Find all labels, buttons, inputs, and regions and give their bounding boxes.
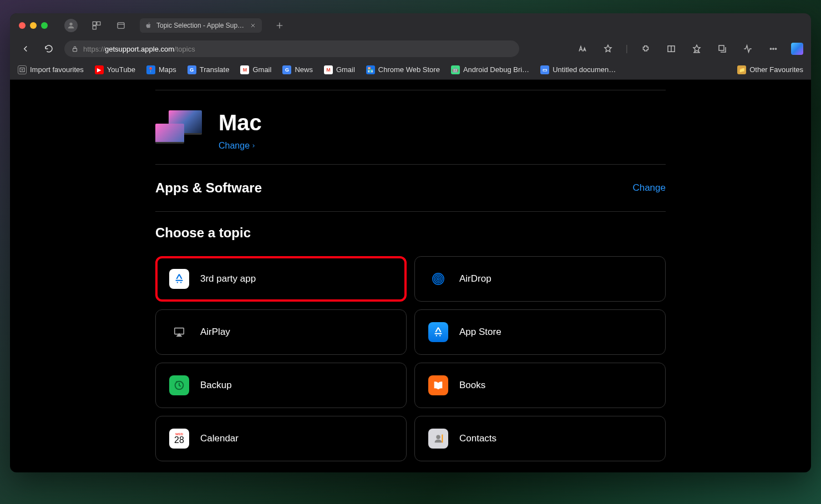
bookmark-gmail-2[interactable]: MGmail bbox=[324, 65, 355, 74]
airplay-icon bbox=[169, 322, 189, 342]
topic-label: App Store bbox=[459, 327, 501, 338]
minimize-window-button[interactable] bbox=[30, 22, 37, 29]
window-controls bbox=[19, 22, 48, 29]
topic-label: AirDrop bbox=[459, 273, 491, 284]
svg-rect-1 bbox=[93, 22, 96, 25]
backup-icon bbox=[169, 375, 189, 395]
address-row: https://getsupport.apple.com/topics | bbox=[10, 38, 811, 60]
appstore-icon bbox=[169, 269, 189, 289]
maximize-window-button[interactable] bbox=[41, 22, 48, 29]
bookmark-maps[interactable]: 📍Maps bbox=[146, 65, 176, 74]
topic-airdrop[interactable]: AirDrop bbox=[414, 256, 666, 302]
extensions-button[interactable] bbox=[638, 41, 653, 57]
lock-icon bbox=[71, 45, 79, 53]
appstore-blue-icon bbox=[428, 322, 448, 342]
topic-appstore[interactable]: App Store bbox=[414, 309, 666, 355]
apple-logo-icon bbox=[145, 22, 152, 29]
close-window-button[interactable] bbox=[19, 22, 26, 29]
calendar-icon: WED 28 bbox=[169, 429, 189, 449]
bookmark-translate[interactable]: GTranslate bbox=[187, 65, 230, 74]
topic-books[interactable]: Books bbox=[414, 363, 666, 408]
svg-point-13 bbox=[775, 48, 776, 49]
topic-backup[interactable]: Backup bbox=[155, 363, 407, 408]
performance-button[interactable] bbox=[740, 41, 756, 57]
more-button[interactable] bbox=[766, 41, 781, 57]
svg-rect-3 bbox=[93, 26, 96, 29]
svg-rect-22 bbox=[442, 435, 443, 443]
svg-point-12 bbox=[773, 48, 774, 49]
tab-title: Topic Selection - Apple Support bbox=[156, 22, 245, 29]
text-size-button[interactable] bbox=[575, 41, 590, 57]
svg-point-11 bbox=[770, 48, 771, 49]
choose-topic-heading: Choose a topic bbox=[155, 212, 666, 256]
bookmark-youtube[interactable]: ▶YouTube bbox=[95, 65, 135, 74]
svg-rect-10 bbox=[719, 45, 724, 50]
url-text: https://getsupport.apple.com/topics bbox=[83, 45, 195, 53]
titlebar: Topic Selection - Apple Support bbox=[10, 13, 811, 38]
topic-grid: 3rd party app AirDrop AirPlay App Store bbox=[155, 256, 666, 461]
bookmark-news[interactable]: GNews bbox=[282, 65, 313, 74]
mac-product-image bbox=[155, 110, 202, 146]
chevron-right-icon bbox=[251, 143, 256, 149]
new-tab-button[interactable] bbox=[274, 20, 285, 31]
reload-button[interactable] bbox=[41, 41, 57, 57]
product-title: Mac bbox=[219, 110, 262, 135]
other-favourites[interactable]: 📁Other Favourites bbox=[737, 65, 803, 74]
favorite-button[interactable] bbox=[600, 41, 616, 57]
favorites-bar-button[interactable] bbox=[689, 41, 705, 57]
change-product-link[interactable]: Change bbox=[219, 141, 256, 151]
svg-point-15 bbox=[437, 278, 439, 280]
topic-label: Calendar bbox=[200, 433, 239, 444]
page-content: Mac Change Apps & Software Change Choose… bbox=[10, 80, 811, 472]
svg-rect-6 bbox=[73, 48, 77, 51]
books-icon bbox=[428, 375, 448, 395]
copilot-button[interactable] bbox=[791, 43, 803, 55]
airdrop-icon bbox=[428, 269, 448, 289]
browser-window: Topic Selection - Apple Support https://… bbox=[10, 13, 811, 472]
close-tab-icon[interactable] bbox=[250, 22, 256, 29]
bookmark-import-favourites[interactable]: Import favourites bbox=[18, 65, 84, 74]
category-title: Apps & Software bbox=[155, 180, 262, 196]
topic-3rd-party-app[interactable]: 3rd party app bbox=[155, 256, 407, 302]
topic-calendar[interactable]: WED 28 Calendar bbox=[155, 416, 407, 461]
browser-tab[interactable]: Topic Selection - Apple Support bbox=[140, 18, 262, 33]
profile-avatar[interactable] bbox=[64, 19, 78, 32]
contacts-icon bbox=[428, 429, 448, 449]
topic-label: AirPlay bbox=[200, 327, 230, 338]
product-header: Mac Change bbox=[155, 90, 666, 164]
change-category-link[interactable]: Change bbox=[632, 182, 666, 194]
svg-rect-4 bbox=[118, 23, 124, 29]
address-bar[interactable]: https://getsupport.apple.com/topics bbox=[64, 40, 519, 57]
topic-contacts[interactable]: Contacts bbox=[414, 416, 666, 461]
topic-label: 3rd party app bbox=[200, 273, 256, 284]
svg-point-21 bbox=[436, 435, 440, 439]
bookmarks-bar: Import favourites ▶YouTube 📍Maps GTransl… bbox=[10, 60, 811, 80]
collections-button[interactable] bbox=[714, 41, 730, 57]
svg-point-0 bbox=[69, 23, 72, 26]
svg-point-16 bbox=[435, 276, 440, 281]
workspaces-icon[interactable] bbox=[91, 20, 102, 31]
bookmark-chrome-web-store[interactable]: 🏪Chrome Web Store bbox=[366, 65, 440, 74]
topic-label: Backup bbox=[200, 380, 232, 391]
tab-overview-icon[interactable] bbox=[115, 20, 126, 31]
topic-airplay[interactable]: AirPlay bbox=[155, 309, 407, 355]
category-row: Apps & Software Change bbox=[155, 165, 666, 211]
split-screen-button[interactable] bbox=[663, 41, 679, 57]
bookmark-untitled-doc[interactable]: ▭Untitled documen… bbox=[540, 65, 616, 74]
topic-label: Contacts bbox=[459, 433, 496, 444]
topic-label: Books bbox=[459, 380, 485, 391]
back-button[interactable] bbox=[18, 41, 33, 57]
bookmark-android-debug[interactable]: 🤖Android Debug Bri… bbox=[451, 65, 529, 74]
bookmark-gmail-1[interactable]: MGmail bbox=[240, 65, 271, 74]
svg-rect-2 bbox=[97, 22, 100, 25]
